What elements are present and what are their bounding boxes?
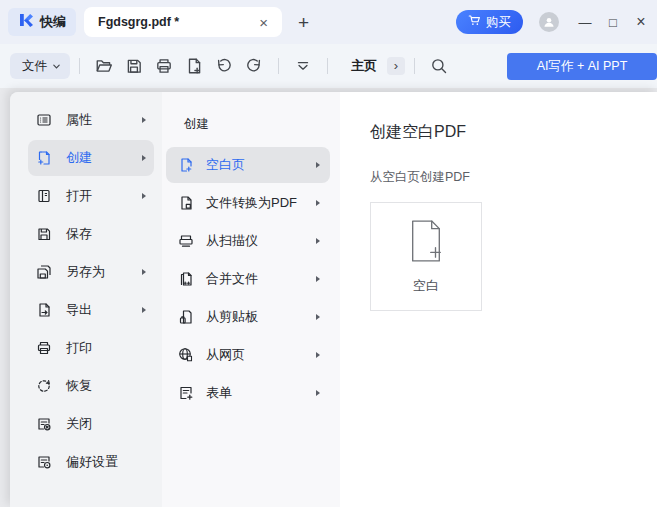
submenu-header: 创建: [184, 116, 340, 133]
file-menu-label: 文件: [22, 58, 47, 75]
save-icon: [36, 226, 52, 242]
panel-title: 创建空白PDF: [370, 122, 657, 143]
submenu-arrow-icon: [142, 155, 146, 161]
submenu-item-file-to-pdf[interactable]: 文件转换为PDF: [166, 185, 330, 221]
file-menu-item-export[interactable]: 导出: [28, 292, 154, 328]
submenu-item-merge-files[interactable]: 合并文件: [166, 261, 330, 297]
menu-item-label: 创建: [66, 149, 92, 167]
undo-icon: [215, 57, 233, 75]
submenu-arrow-icon: [142, 269, 146, 275]
undo-button[interactable]: [210, 52, 238, 80]
toolbar-separator: [278, 58, 279, 74]
blank-card-label: 空白: [413, 277, 439, 295]
toolbar-separator: [414, 58, 415, 74]
open-file-button[interactable]: [90, 52, 118, 80]
properties-icon: [36, 112, 52, 128]
submenu-item-from-scanner[interactable]: 从扫描仪: [166, 223, 330, 259]
blank-document-icon: [407, 219, 445, 267]
save-icon: [125, 57, 143, 75]
submenu-item-label: 文件转换为PDF: [206, 194, 297, 212]
restore-icon: [36, 378, 52, 394]
submenu-arrow-icon: [316, 390, 320, 396]
submenu-item-form[interactable]: 表单: [166, 375, 330, 411]
redo-button[interactable]: [240, 52, 268, 80]
menu-item-label: 打印: [66, 339, 92, 357]
export-icon: [36, 302, 52, 318]
maximize-button[interactable]: □: [599, 7, 627, 37]
file-menu-item-open[interactable]: 打开: [28, 178, 154, 214]
submenu-item-label: 表单: [206, 384, 232, 402]
minimize-button[interactable]: —: [571, 7, 599, 37]
submenu-item-label: 空白页: [206, 156, 245, 174]
file-menu-button[interactable]: 文件: [10, 53, 70, 79]
menu-item-label: 保存: [66, 225, 92, 243]
file-menu-item-print[interactable]: 打印: [28, 330, 154, 366]
new-page-button[interactable]: [180, 52, 208, 80]
create-blank-pdf-panel: 创建空白PDF 从空白页创建PDF 空白: [340, 92, 657, 507]
file-menu-item-save-as[interactable]: 另存为: [28, 254, 154, 290]
scanner-icon: [178, 233, 194, 249]
app-logo[interactable]: 快编: [8, 8, 76, 36]
save-button[interactable]: [120, 52, 148, 80]
file-menu-item-restore[interactable]: 恢复: [28, 368, 154, 404]
search-icon: [430, 57, 448, 75]
menu-item-label: 导出: [66, 301, 92, 319]
menu-item-label: 偏好设置: [66, 453, 118, 471]
buy-label: 购买: [486, 14, 511, 31]
menu-item-label: 关闭: [66, 415, 92, 433]
file-menu-item-create[interactable]: 创建: [28, 140, 154, 176]
print-button[interactable]: [150, 52, 178, 80]
blank-page-icon: [178, 157, 194, 173]
clipboard-icon: [178, 309, 194, 325]
preferences-icon: [36, 454, 52, 470]
toolbar: 文件: [0, 44, 657, 88]
ai-writer-button[interactable]: AI写作 + AI PPT: [507, 53, 657, 80]
submenu-arrow-icon: [142, 307, 146, 313]
file-menu-item-preferences[interactable]: 偏好设置: [28, 444, 154, 480]
window-close-button[interactable]: ×: [627, 7, 655, 37]
save-as-icon: [36, 264, 52, 280]
file-menu-item-close[interactable]: 关闭: [28, 406, 154, 442]
new-tab-button[interactable]: +: [292, 11, 315, 34]
menu-item-label: 属性: [66, 111, 92, 129]
submenu-item-label: 从网页: [206, 346, 245, 364]
home-expand-button[interactable]: ›: [387, 57, 405, 75]
toolbar-separator: [79, 58, 80, 74]
app-window: 快编 Fgdsgrg.pdf * × + 购买 — □: [0, 0, 657, 507]
search-button[interactable]: [425, 52, 453, 80]
document-tab[interactable]: Fgdsgrg.pdf * ×: [84, 7, 282, 37]
submenu-item-label: 合并文件: [206, 270, 258, 288]
file-menu-item-properties[interactable]: 属性: [28, 102, 154, 138]
submenu-item-label: 从剪贴板: [206, 308, 258, 326]
menu-item-label: 恢复: [66, 377, 92, 395]
user-avatar[interactable]: [539, 12, 559, 32]
create-icon: [36, 150, 52, 166]
buy-button[interactable]: 购买: [456, 10, 523, 34]
home-tab-label[interactable]: 主页: [351, 57, 377, 75]
toolbar-separator: [327, 58, 328, 74]
cart-icon: [468, 14, 481, 30]
submenu-item-from-clipboard[interactable]: 从剪贴板: [166, 299, 330, 335]
submenu-arrow-icon: [142, 117, 146, 123]
submenu-arrow-icon: [316, 200, 320, 206]
submenu-item-blank-page[interactable]: 空白页: [166, 147, 330, 183]
menu-item-label: 打开: [66, 187, 92, 205]
submenu-arrow-icon: [316, 162, 320, 168]
print-icon: [36, 340, 52, 356]
blank-pdf-card[interactable]: 空白: [370, 202, 482, 311]
redo-icon: [245, 57, 263, 75]
app-logo-icon: [18, 12, 34, 32]
submenu-arrow-icon: [316, 276, 320, 282]
submenu-arrow-icon: [316, 238, 320, 244]
submenu-item-from-web[interactable]: 从网页: [166, 337, 330, 373]
merge-files-icon: [178, 271, 194, 287]
file-to-pdf-icon: [178, 195, 194, 211]
tab-close-icon[interactable]: ×: [255, 13, 272, 32]
collapse-toolbar-button[interactable]: [289, 52, 317, 80]
open-icon: [36, 188, 52, 204]
tab-title: Fgdsgrg.pdf *: [98, 15, 179, 29]
file-menu-item-save[interactable]: 保存: [28, 216, 154, 252]
form-icon: [178, 385, 194, 401]
folder-open-icon: [95, 57, 113, 75]
submenu-item-label: 从扫描仪: [206, 232, 258, 250]
